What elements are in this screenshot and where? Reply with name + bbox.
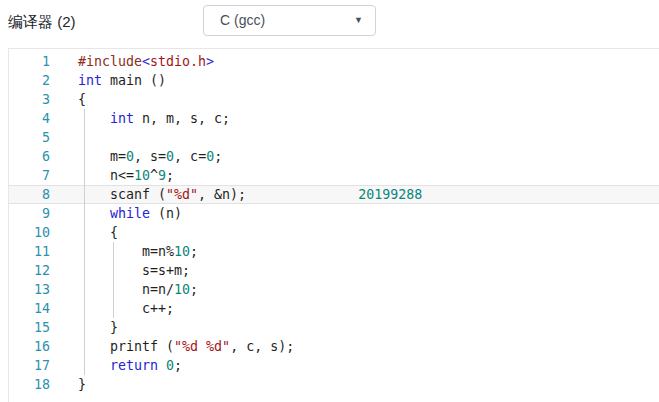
line-number: 5 bbox=[9, 128, 50, 147]
code-token-num: 0 bbox=[126, 149, 134, 164]
line-number: 7 bbox=[9, 166, 50, 185]
code-text: m=0, s=0, c=0; bbox=[78, 149, 222, 164]
compiler-label: 编译器 (2) bbox=[8, 0, 76, 48]
code-token-num: 0 bbox=[166, 149, 174, 164]
indent-guide bbox=[113, 242, 114, 318]
line-number: 14 bbox=[9, 299, 50, 318]
code-text: int main () bbox=[78, 73, 166, 88]
code-text: return 0; bbox=[78, 358, 182, 373]
code-text: n<=10^9; bbox=[78, 168, 174, 183]
code-token-pp: #include bbox=[78, 54, 142, 69]
code-token-pl: , c, s); bbox=[230, 339, 294, 354]
line-number: 12 bbox=[9, 261, 50, 280]
code-token-pl: , c= bbox=[174, 149, 206, 164]
code-text: } bbox=[78, 377, 86, 392]
code-token-kw: > bbox=[206, 54, 214, 69]
code-text: n=n/10; bbox=[78, 282, 198, 297]
code-token-kw: < bbox=[142, 54, 150, 69]
code-line[interactable]: 18} bbox=[9, 375, 659, 394]
code-token-pl: ; bbox=[190, 244, 198, 259]
line-number: 16 bbox=[9, 337, 50, 356]
code-token-pl: { bbox=[78, 92, 86, 107]
code-text: s=s+m; bbox=[78, 263, 190, 278]
code-line-highlighted[interactable]: 8 scanf ("%d", &n); 20199288 bbox=[9, 185, 659, 204]
code-token-pl: (n) bbox=[150, 206, 182, 221]
code-token-pl bbox=[78, 111, 110, 126]
code-token-num: 10 bbox=[174, 244, 190, 259]
code-token-kw: return bbox=[110, 358, 158, 373]
code-line[interactable]: 13 n=n/10; bbox=[9, 280, 659, 299]
code-text: #include<stdio.h> bbox=[78, 54, 214, 69]
code-token-kw: int bbox=[110, 111, 134, 126]
code-line[interactable]: 10 { bbox=[9, 223, 659, 242]
line-number: 1 bbox=[9, 52, 50, 71]
line-number: 8 bbox=[9, 186, 50, 203]
code-token-pl: n<= bbox=[78, 168, 134, 183]
line-number: 4 bbox=[9, 109, 50, 128]
code-token-pl bbox=[78, 206, 110, 221]
code-token-pl: ; bbox=[174, 358, 182, 373]
code-token-pl: c++; bbox=[78, 301, 174, 316]
compiler-select-value: C (gcc) bbox=[220, 6, 265, 35]
line-number: 18 bbox=[9, 375, 50, 394]
code-line[interactable]: 5 bbox=[9, 128, 659, 147]
code-token-num: 0 bbox=[206, 149, 214, 164]
line-number: 10 bbox=[9, 223, 50, 242]
code-line[interactable]: 7 n<=10^9; bbox=[9, 166, 659, 185]
code-line[interactable]: 6 m=0, s=0, c=0; bbox=[9, 147, 659, 166]
line-number: 15 bbox=[9, 318, 50, 337]
code-token-num: 0 bbox=[166, 358, 174, 373]
code-token-pl: , &n); bbox=[198, 187, 246, 202]
line-number: 3 bbox=[9, 90, 50, 109]
code-token-pl: s=s+m; bbox=[78, 263, 190, 278]
code-text: c++; bbox=[78, 301, 174, 316]
code-token-pl bbox=[78, 358, 110, 373]
code-token-str: stdio.h bbox=[150, 54, 206, 69]
code-token-kw: while bbox=[110, 206, 150, 221]
code-text: scanf ("%d", &n); 20199288 bbox=[78, 187, 422, 202]
code-token-pl: } bbox=[78, 377, 86, 392]
code-token-num: 20199288 bbox=[358, 187, 422, 202]
code-token-pl bbox=[246, 187, 358, 202]
code-token-pl: ; bbox=[214, 149, 222, 164]
code-line[interactable]: 1#include<stdio.h> bbox=[9, 52, 659, 71]
line-number: 6 bbox=[9, 147, 50, 166]
code-line[interactable]: 9 while (n) bbox=[9, 204, 659, 223]
code-token-pl: ; bbox=[166, 168, 174, 183]
code-text: int n, m, s, c; bbox=[78, 111, 230, 126]
code-line[interactable]: 3{ bbox=[9, 90, 659, 109]
compiler-select[interactable]: C (gcc) ▼ bbox=[203, 5, 376, 36]
code-token-pl: m= bbox=[78, 149, 126, 164]
code-line[interactable]: 17 return 0; bbox=[9, 356, 659, 375]
code-token-kw: int bbox=[78, 73, 102, 88]
code-line[interactable]: 4 int n, m, s, c; bbox=[9, 109, 659, 128]
code-token-pl: ^ bbox=[150, 168, 158, 183]
code-text: m=n%10; bbox=[78, 244, 198, 259]
code-line[interactable]: 15 } bbox=[9, 318, 659, 337]
code-token-pl: main () bbox=[102, 73, 166, 88]
code-text: { bbox=[78, 92, 86, 107]
chevron-down-icon: ▼ bbox=[354, 6, 363, 35]
code-token-pl: n=n/ bbox=[78, 282, 174, 297]
indent-guide bbox=[84, 109, 85, 375]
code-lines: 1#include<stdio.h>2int main ()3{4 int n,… bbox=[9, 49, 659, 394]
code-line[interactable]: 2int main () bbox=[9, 71, 659, 90]
code-token-pl: n, m, s, c; bbox=[134, 111, 230, 126]
code-line[interactable]: 16 printf ("%d %d", c, s); bbox=[9, 337, 659, 356]
code-token-pl: ; bbox=[190, 282, 198, 297]
compiler-header: 编译器 (2) C (gcc) ▼ bbox=[0, 0, 659, 48]
code-line[interactable]: 14 c++; bbox=[9, 299, 659, 318]
code-text: printf ("%d %d", c, s); bbox=[78, 339, 294, 354]
code-token-pl bbox=[158, 358, 166, 373]
code-token-pl: m=n% bbox=[78, 244, 174, 259]
code-editor[interactable]: 1#include<stdio.h>2int main ()3{4 int n,… bbox=[8, 48, 659, 402]
code-token-str: "%d" bbox=[166, 187, 198, 202]
code-line[interactable]: 11 m=n%10; bbox=[9, 242, 659, 261]
code-text: while (n) bbox=[78, 206, 182, 221]
code-token-pl: printf ( bbox=[78, 339, 174, 354]
line-number: 17 bbox=[9, 356, 50, 375]
code-token-num: 10 bbox=[134, 168, 150, 183]
code-token-pl: scanf ( bbox=[78, 187, 166, 202]
line-number: 9 bbox=[9, 204, 50, 223]
code-line[interactable]: 12 s=s+m; bbox=[9, 261, 659, 280]
